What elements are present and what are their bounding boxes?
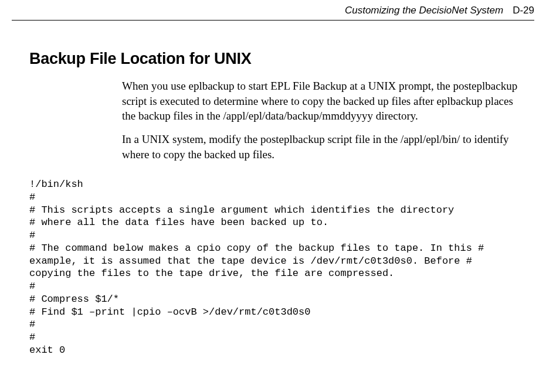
body-paragraph-1: When you use eplbackup to start EPL File… [122, 79, 523, 124]
header-divider [12, 20, 534, 21]
script-code-block: !/bin/ksh # # This scripts accepts a sin… [29, 178, 534, 357]
header-title: Customizing the DecisioNet System [345, 5, 503, 16]
header-page-number: D-29 [513, 5, 534, 16]
body-paragraph-2: In a UNIX system, modify the posteplback… [122, 132, 523, 162]
section-heading: Backup File Location for UNIX [29, 50, 546, 68]
page-header: Customizing the DecisioNet System D-29 [0, 0, 546, 19]
